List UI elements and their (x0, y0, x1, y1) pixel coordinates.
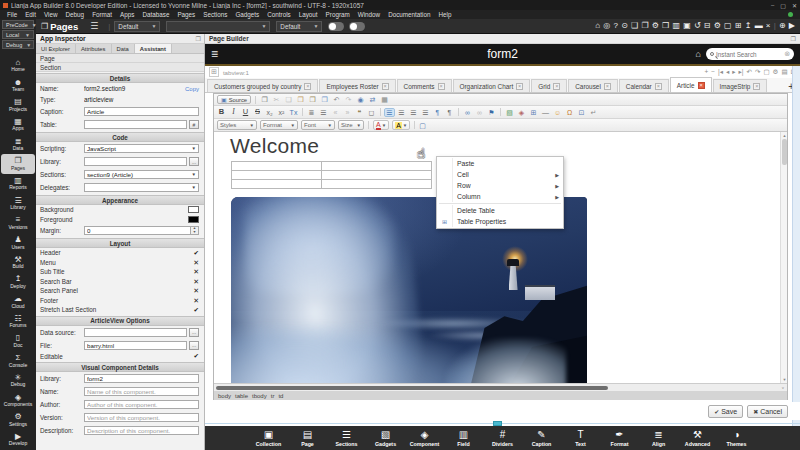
cut-icon[interactable]: ✂ (272, 96, 281, 103)
sidebar-item-console[interactable]: ΣConsole (0, 351, 36, 371)
menu-edit[interactable]: Edit (21, 11, 40, 18)
menu-help[interactable]: Help (435, 11, 456, 18)
menu-database[interactable]: Database (138, 11, 173, 18)
path-element-table[interactable]: table (235, 393, 248, 399)
tab-close-icon[interactable]: × (604, 83, 611, 90)
source-button[interactable]: ▣ Source (217, 95, 251, 104)
tab-calendar[interactable]: Calendar× (619, 79, 669, 92)
context-menu-table-properties[interactable]: ⊞Table Properties (437, 216, 563, 227)
last-record-icon[interactable]: ▸| (739, 69, 744, 76)
tab-close-icon[interactable]: × (698, 82, 705, 89)
anchor-icon[interactable]: ⚑ (487, 109, 496, 116)
menu-layout[interactable]: Layout (295, 11, 322, 18)
editor-vertical-scrollbar[interactable]: ▲ ▼ (780, 132, 787, 383)
bg-color-button[interactable]: A ▼ (392, 120, 410, 130)
tab-close-icon[interactable]: × (655, 83, 662, 90)
tab-grid[interactable]: Grid× (531, 79, 567, 92)
cross-icon[interactable]: ✕ (193, 287, 199, 294)
spinner-input[interactable] (84, 226, 191, 235)
settings-icon[interactable]: ⚙ (714, 22, 721, 30)
section-select[interactable]: ▼ (166, 21, 270, 32)
sidebar-item-cloud[interactable]: ☁Cloud (0, 292, 36, 312)
dock-item-advanced[interactable]: ⚒Advanced (680, 429, 715, 447)
tab-customers-grouped-by-country[interactable]: Customers grouped by country× (207, 79, 318, 92)
unlink-icon[interactable]: ∞ (475, 109, 484, 116)
indent-icon[interactable]: » (343, 109, 352, 116)
blockquote-icon[interactable]: ❝ (355, 109, 364, 116)
remove-icon[interactable]: − (711, 69, 715, 76)
path-element-tbody[interactable]: tbody (252, 393, 267, 399)
context-menu-paste[interactable]: Paste (437, 158, 563, 169)
search-input[interactable] (716, 51, 782, 58)
check-icon[interactable]: ✔ (194, 307, 199, 314)
theme-select[interactable]: Default▼ (276, 21, 322, 32)
numbered-list-icon[interactable]: ≣ (307, 109, 316, 116)
menu-documentation[interactable]: Documentation (384, 11, 434, 18)
color-swatch[interactable] (188, 216, 199, 223)
div-container-icon[interactable]: ◻ (367, 109, 376, 116)
bidi-ltr-icon[interactable]: ¶ (433, 109, 442, 116)
prev-record-icon[interactable]: ◂ (726, 69, 729, 76)
copy-page-icon[interactable]: ❏ (631, 22, 638, 30)
hamburger-icon[interactable]: ☰ (90, 21, 98, 31)
screen-icon[interactable]: ▢ (724, 22, 732, 30)
spinner-buttons[interactable]: ▲▼ (191, 226, 199, 235)
toggle-switch-2[interactable] (349, 22, 365, 31)
history-icon[interactable]: ⊙ (621, 22, 628, 30)
menu-debug[interactable]: Debug (62, 11, 89, 18)
table-cell[interactable] (232, 171, 322, 180)
menu-sections[interactable]: Sections (199, 11, 231, 18)
tab-close-icon[interactable]: × (438, 83, 445, 90)
align-left-icon[interactable]: ☰ (385, 109, 394, 116)
dock-item-text[interactable]: TText (563, 429, 598, 447)
paste-icon[interactable]: ❒ (296, 96, 305, 103)
path-element-td[interactable]: td (278, 393, 283, 399)
menu-apps[interactable]: Apps (116, 11, 138, 18)
link-icon[interactable]: ∞ (463, 109, 472, 116)
bullet-list-icon[interactable]: ☰ (319, 109, 328, 116)
size-dropdown[interactable]: Size▼ (338, 120, 364, 130)
superscript-icon[interactable]: x² (277, 109, 286, 116)
styles-dropdown[interactable]: Styles▼ (217, 120, 257, 130)
table-cell[interactable] (232, 180, 322, 189)
cross-icon[interactable]: ✕ (193, 278, 199, 285)
strikethrough-icon[interactable]: S (253, 108, 262, 116)
tab-carousel[interactable]: Carousel× (568, 79, 618, 92)
page-script-icon[interactable]: ❒ (662, 22, 669, 30)
remove-format-icon[interactable]: Tx (289, 109, 298, 116)
cross-icon[interactable]: ✕ (193, 259, 199, 266)
form-home-icon[interactable]: ⌂ (696, 49, 701, 59)
field-input[interactable] (84, 387, 199, 396)
context-menu-row[interactable]: Row▶ (437, 180, 563, 191)
reports-icon[interactable]: ▥ (672, 22, 680, 30)
save-app-icon[interactable]: ▣ (683, 22, 691, 30)
table-icon[interactable]: ⊞ (529, 109, 538, 116)
dock-item-component[interactable]: ◈Component (407, 429, 442, 447)
paste-word-icon[interactable]: ❒ (320, 96, 329, 103)
sidebar-item-forums[interactable]: ☷Forums (0, 312, 36, 332)
save-button[interactable]: ✔ Save (708, 405, 743, 418)
detach-builder-icon[interactable]: ❐ (791, 35, 796, 42)
copy-link[interactable]: Copy (185, 86, 199, 92)
tab-close-icon[interactable]: × (304, 83, 311, 90)
table-cell[interactable] (322, 171, 432, 180)
page-template-icon[interactable]: ❐ (641, 22, 648, 30)
cancel-button[interactable]: ✖ Cancel (747, 405, 788, 418)
run-icon[interactable]: ▶ (789, 22, 795, 30)
next-record-icon[interactable]: ▸ (732, 69, 735, 76)
bold-icon[interactable]: B (217, 108, 226, 116)
tab-close-icon[interactable]: × (516, 83, 523, 90)
add-page-icon[interactable]: ⊞ (735, 22, 742, 30)
dock-item-page[interactable]: ▤Page (290, 429, 325, 447)
menu-gadgets[interactable]: Gadgets (231, 11, 263, 18)
inspector-tab-assistant[interactable]: Assistant (135, 44, 172, 53)
field-input[interactable] (84, 120, 187, 129)
dock-item-sections[interactable]: ☰Sections (329, 429, 364, 447)
dock-item-themes[interactable]: ◑Themes (719, 429, 754, 447)
sidebar-item-home[interactable]: ⌂Home (0, 56, 36, 76)
smiley-icon[interactable]: ☺ (553, 109, 562, 116)
sidebar-item-deploy[interactable]: ↥Deploy (0, 273, 36, 293)
inspector-tab-data[interactable]: Data (112, 44, 135, 53)
menu-file[interactable]: File (3, 11, 21, 18)
field-input[interactable] (84, 107, 199, 116)
